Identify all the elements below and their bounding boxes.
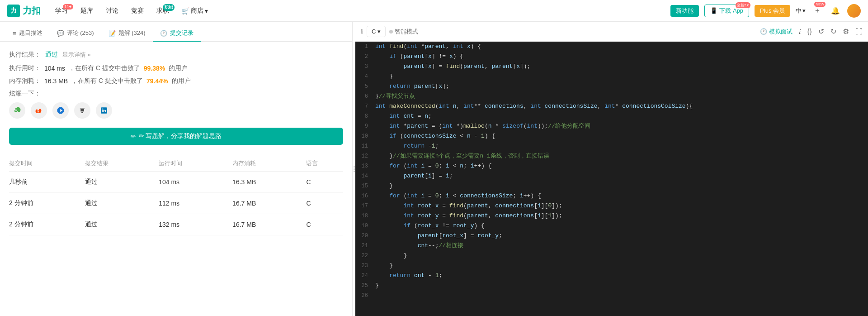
language-dropdown[interactable]: C ▾ [367,26,386,37]
douban-icon[interactable] [74,102,90,119]
code-line: 8 int cnt = n; [355,111,868,121]
nav-item-shop[interactable]: 🛒 商店 ▾ [180,5,210,17]
time-info-row: 执行用时： 104 ms ，在所有 C 提交中击败了 99.38% 的用户 [9,64,343,72]
bell-icon[interactable]: 🔔 [829,5,842,17]
time-value: 104 ms [44,65,65,72]
col-header-memory: 内存消耗 [232,156,306,172]
line-number: 26 [355,291,375,301]
download-app-button[interactable]: 📱 下载 App 全新2.0 [704,5,749,17]
col-header-result: 提交结果 [85,156,159,172]
line-number: 5 [355,81,375,91]
linkedin-icon[interactable] [96,102,112,119]
weibo-icon[interactable] [31,102,47,119]
code-line: 23 } [355,261,868,271]
cell-lang: C [306,193,343,214]
cell-memory: 16.3 MB [232,172,306,193]
shop-icon: 🛒 [182,7,189,14]
code-line: 3 parent[x] = find(parent, parent[x]); [355,62,868,72]
tab-solutions[interactable]: 📝 题解 (324) [101,25,153,42]
fullscreen-icon[interactable]: ⛶ [855,28,863,36]
cell-result[interactable]: 通过 [85,214,159,235]
nav-item-discuss[interactable]: 讨论 [104,5,120,17]
logo[interactable]: 力 力扣 [7,5,41,17]
code-line: 18 int root_y = find(parent, connections… [355,211,868,221]
code-line: 14 parent[i] = i; [355,171,868,181]
comments-icon: 💬 [57,30,64,37]
clock-icon: 🕐 [760,28,767,35]
jobs-badge: 职能 [163,4,175,11]
cell-runtime: 112 ms [159,193,232,214]
line-number: 11 [355,141,375,151]
mem-percent: 79.44% [146,77,168,85]
line-content: for (int i = 0; i < connectionsSize; i++… [375,191,868,201]
qq-icon[interactable] [52,102,69,119]
line-number: 2 [355,52,375,62]
nav-item-problems[interactable]: 题库 [79,5,95,17]
code-line: 2 if (parent[x] != x) { [355,52,868,62]
drag-dot [354,168,355,170]
nav-item-contest[interactable]: 竞赛 [129,5,146,17]
line-number: 14 [355,171,375,181]
code-line: 4 } [355,72,868,81]
code-line: 15 } [355,181,868,191]
cell-lang: C [306,214,343,235]
memory-info-row: 内存消耗： 16.3 MB ，在所有 C 提交中击败了 79.44% 的用户 [9,77,343,85]
new-feature-button[interactable]: 新功能 [670,5,699,17]
table-row[interactable]: 2 分钟前 通过 132 ms 16.7 MB C [9,214,343,235]
submissions-table: 提交时间 提交结果 运行时间 内存消耗 语言 几秒前 通过 104 ms 16.… [9,156,343,235]
avatar[interactable] [847,4,861,18]
table-row[interactable]: 几秒前 通过 104 ms 16.3 MB C [9,172,343,193]
cell-result[interactable]: 通过 [85,172,159,193]
show-details-link[interactable]: 显示详情 » [62,51,91,59]
redo-icon[interactable]: ↻ [830,27,836,36]
code-line: 22 } [355,251,868,261]
code-line: 25} [355,281,868,291]
table-row[interactable]: 2 分钟前 通过 112 ms 16.7 MB C [9,193,343,214]
mem-desc: ，在所有 C 提交中击败了 [71,77,143,85]
write-solution-button[interactable]: ✏ ✏ 写题解，分享我的解题思路 [9,128,343,145]
undo-icon[interactable]: ↺ [818,27,824,36]
code-line: 1int find(int *parent, int x) { [355,42,868,52]
time-percent: 99.38% [144,65,165,72]
time-desc: ，在所有 C 提交中击败了 [69,64,140,72]
plus-member-button[interactable]: Plus 会员 [755,5,790,17]
code-line: 9 int *parent = (int *)malloc(n * sizeof… [355,121,868,131]
nav-item-jobs[interactable]: 求职 职能 [155,5,171,17]
info-icon: ℹ [361,28,363,35]
tab-comments[interactable]: 💬 评论 (253) [50,25,101,42]
cell-time: 2 分钟前 [9,214,85,235]
add-badge: NEW [814,2,826,7]
execution-status: 通过 [45,51,58,59]
cell-lang: C [306,172,343,193]
line-content: parent[x] = find(parent, parent[x]); [375,62,868,72]
code-icon[interactable]: {} [807,28,812,36]
cell-result[interactable]: 通过 [85,193,159,214]
nav-item-study[interactable]: 学习 11+ [53,5,70,17]
line-number: 22 [355,251,375,261]
line-number: 16 [355,191,375,201]
code-line: 12 }//如果需要连接n个点，至少需要n-1条线，否则，直接错误 [355,151,868,161]
line-content: return parent[x]; [375,81,868,91]
settings-icon[interactable]: ⚙ [843,27,849,36]
line-number: 12 [355,151,375,161]
line-number: 8 [355,111,375,121]
code-line: 10 if (connectionsSize < n - 1) { [355,131,868,141]
tab-description[interactable]: ≡ 题目描述 [5,25,50,42]
dropdown-arrow: ▾ [377,28,381,35]
shop-dropdown-icon: ▾ [205,7,208,14]
write-icon: ✏ [131,133,136,140]
cell-runtime: 104 ms [159,172,232,193]
add-icon[interactable]: ＋ NEW [811,5,824,17]
code-line: 11 return -1; [355,141,868,151]
code-line: 20 parent[root_x] = root_y; [355,231,868,241]
italic-icon[interactable]: 𝑖 [799,28,801,36]
line-number: 7 [355,101,375,111]
code-line: 24 return cnt - 1; [355,271,868,281]
cell-runtime: 132 ms [159,214,232,235]
line-number: 9 [355,121,375,131]
language-selector[interactable]: 中 ▾ [796,7,806,15]
wechat-icon[interactable] [9,102,25,119]
simulate-button[interactable]: 🕐 模拟面试 [760,28,793,36]
tab-submissions[interactable]: 🕐 提交记录 [153,25,201,42]
line-number: 19 [355,221,375,231]
